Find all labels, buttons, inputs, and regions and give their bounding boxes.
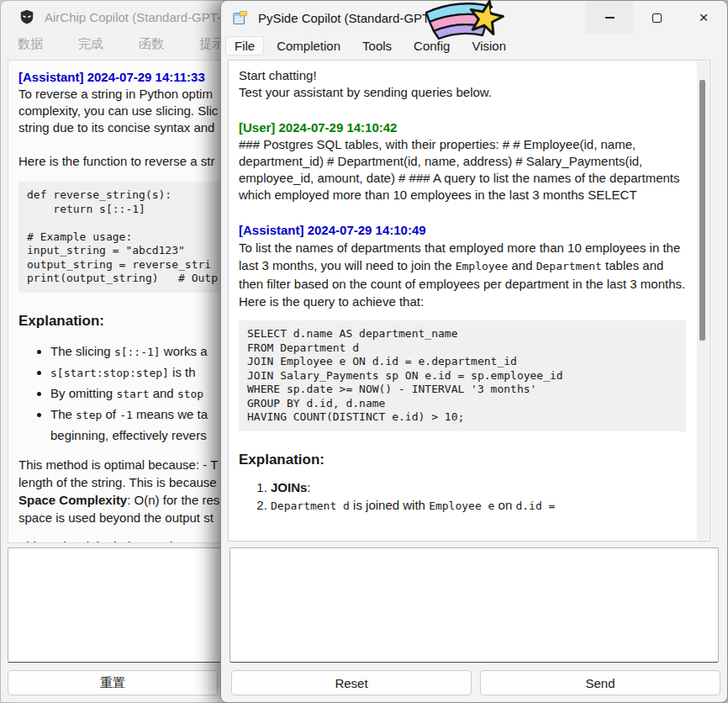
reset-button[interactable]: Reset: [231, 670, 472, 695]
menu-item-vision[interactable]: Vision: [463, 37, 514, 55]
pyside-window: PySide Copilot (Standard-GPT-4o) × File …: [220, 0, 728, 703]
menu-item-functions[interactable]: 函数: [130, 34, 172, 54]
pyside-titlebar[interactable]: PySide Copilot (Standard-GPT-4o) ×: [221, 1, 727, 34]
menu-item-file[interactable]: File: [226, 37, 263, 55]
assistant-message-header: [Assistant] 2024-07-29 14:10:49: [239, 222, 686, 239]
reset-button[interactable]: 重置: [8, 670, 218, 695]
list-item: JOINs:: [271, 478, 686, 496]
explanation-numbered-list: JOINs: Department d is joined with Emplo…: [257, 478, 686, 515]
scrollbar-thumb[interactable]: [699, 80, 705, 341]
menu-item-completion[interactable]: Completion: [268, 37, 349, 55]
pyside-app-icon: [233, 10, 248, 25]
intro-text: Start chatting! Test your assistant by s…: [239, 67, 686, 101]
send-button[interactable]: Send: [480, 670, 720, 695]
chat-history-panel[interactable]: Start chatting! Test your assistant by s…: [228, 60, 710, 542]
minimize-button[interactable]: [586, 1, 633, 34]
explanation-heading: Explanation:: [239, 452, 686, 468]
sql-code-block: SELECT d.name AS department_name FROM De…: [239, 320, 686, 431]
user-message-header: [User] 2024-07-29 14:10:42: [239, 119, 686, 136]
pyside-menubar: File Completion Tools Config Vision: [221, 34, 727, 56]
window-controls: ×: [586, 1, 727, 34]
assistant-paragraph: To list the names of departments that em…: [239, 239, 686, 310]
menu-item-completion[interactable]: 完成: [70, 34, 112, 54]
window-title: PySide Copilot (Standard-GPT-4o): [258, 11, 451, 25]
menu-item-tools[interactable]: Tools: [354, 37, 400, 55]
list-item: Department d is joined with Employee e o…: [271, 496, 686, 515]
menu-item-config[interactable]: Config: [405, 37, 458, 55]
user-message-text: ### Postgres SQL tables, with their prop…: [239, 136, 686, 204]
menu-item-data[interactable]: 数据: [9, 34, 51, 54]
close-button[interactable]: ×: [680, 1, 727, 34]
maximize-button[interactable]: [633, 1, 680, 34]
airchip-app-icon: [19, 9, 34, 24]
chat-input[interactable]: [229, 547, 719, 663]
window-title: AirChip Copilot (Standard-GPT-4o): [45, 10, 240, 24]
chat-scrollbar[interactable]: [697, 61, 709, 540]
